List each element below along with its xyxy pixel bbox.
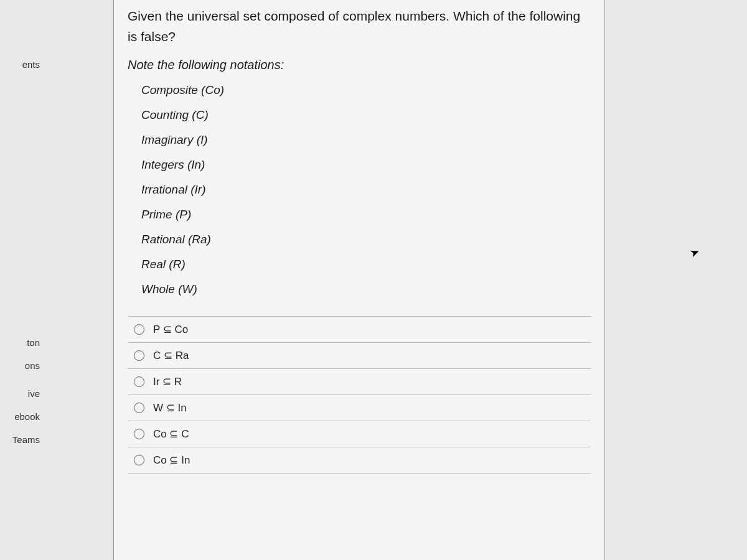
notation-item: Composite (Co) — [141, 83, 591, 97]
sidebar-item-ebook[interactable]: ebook — [0, 405, 45, 428]
sidebar-item-ents[interactable]: ents — [0, 53, 45, 76]
question-panel: Given the universal set composed of comp… — [113, 0, 605, 560]
option-row[interactable]: Co ⊆ In — [128, 447, 591, 474]
option-row[interactable]: Ir ⊆ R — [128, 368, 591, 394]
sidebar-item-teams[interactable]: Teams — [0, 428, 45, 451]
notation-list: Composite (Co) Counting (C) Imaginary (I… — [128, 83, 591, 296]
question-prompt: Given the universal set composed of comp… — [128, 6, 591, 47]
question-note: Note the following notations: — [128, 58, 591, 72]
notation-item: Prime (P) — [141, 208, 591, 222]
notation-item: Irrational (Ir) — [141, 183, 591, 197]
cursor-icon: ➤ — [688, 245, 702, 261]
sidebar-item-ons[interactable]: ons — [0, 354, 45, 377]
option-row[interactable]: P ⊆ Co — [128, 316, 591, 342]
notation-item: Counting (C) — [141, 108, 591, 122]
option-label: Ir ⊆ R — [153, 375, 182, 388]
option-row[interactable]: Co ⊆ C — [128, 421, 591, 447]
radio-icon[interactable] — [134, 429, 144, 439]
sidebar: ents ton ons ive ebook Teams — [0, 0, 45, 560]
option-label: Co ⊆ In — [153, 454, 190, 467]
notation-item: Real (R) — [141, 258, 591, 271]
option-label: Co ⊆ C — [153, 427, 189, 441]
option-row[interactable]: C ⊆ Ra — [128, 342, 591, 368]
notation-item: Whole (W) — [141, 282, 591, 296]
option-label: P ⊆ Co — [153, 323, 188, 336]
radio-icon[interactable] — [134, 403, 144, 413]
option-row[interactable]: W ⊆ In — [128, 394, 591, 421]
options-list: P ⊆ Co C ⊆ Ra Ir ⊆ R W ⊆ In Co ⊆ C Co ⊆ … — [128, 316, 591, 474]
radio-icon[interactable] — [134, 376, 144, 387]
radio-icon[interactable] — [134, 324, 144, 335]
notation-item: Imaginary (I) — [141, 133, 591, 147]
notation-item: Rational (Ra) — [141, 233, 591, 246]
sidebar-item-ton[interactable]: ton — [0, 331, 45, 354]
option-label: W ⊆ In — [153, 401, 187, 414]
radio-icon[interactable] — [134, 350, 144, 361]
option-label: C ⊆ Ra — [153, 349, 189, 362]
sidebar-item-ive[interactable]: ive — [0, 382, 45, 405]
radio-icon[interactable] — [134, 455, 144, 465]
notation-item: Integers (In) — [141, 158, 591, 172]
